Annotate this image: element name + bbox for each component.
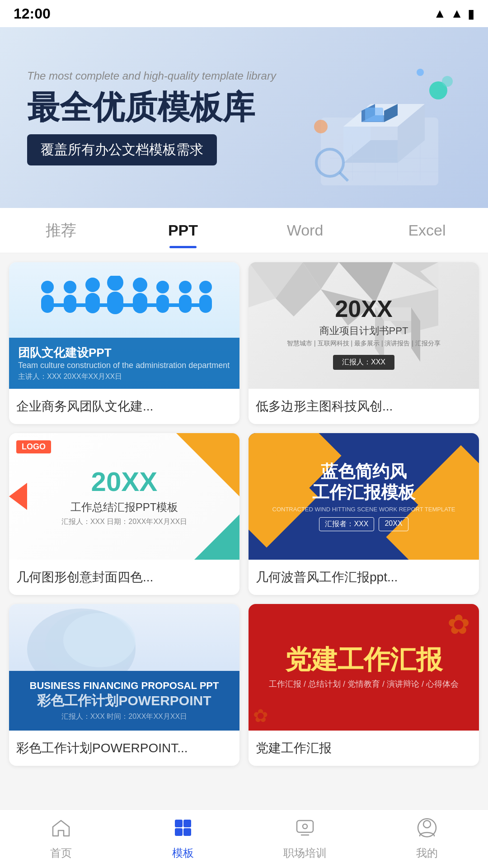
svg-rect-30 (133, 293, 147, 313)
blue-subtitle: CONTRACTED WIND HITTING SCENE WORK REPOR… (268, 506, 460, 513)
nav-mine[interactable]: 我的 (366, 818, 488, 860)
blue-tags: 汇报者：XXX 20XX (268, 517, 460, 531)
geo-text: 工作总结汇报PPT模板 (61, 500, 187, 514)
battery-icon: ▮ (468, 6, 474, 21)
team-title: 团队文化建设PPT (18, 345, 230, 361)
card-geo-thumb: LOGO 20XX 工作总结汇报PPT模板 汇报人：XXX 日期：20XX年XX… (9, 433, 239, 560)
svg-point-29 (133, 278, 147, 292)
card-blue-geo-thumb: 蓝色简约风 工作汇报模板 CONTRACTED WIND HITTING SCE… (249, 433, 479, 560)
geo-shape-orange (176, 433, 239, 496)
svg-point-23 (64, 281, 76, 293)
card-geo-label: 几何图形创意封面四色... (9, 560, 239, 595)
blue-title2: 工作汇报模板 (268, 482, 460, 503)
svg-rect-28 (107, 292, 123, 314)
team-illustration (29, 276, 219, 348)
svg-point-65 (423, 821, 431, 828)
card-poly-thumb: 20XX 商业项目计划书PPT 智慧城市 | 互联网科技 | 最多展示 | 演讲… (249, 262, 479, 389)
card-geo[interactable]: LOGO 20XX 工作总结汇报PPT模板 汇报人：XXX 日期：20XX年XX… (9, 433, 239, 595)
svg-point-58 (63, 613, 136, 667)
banner-title: 最全优质模板库 (27, 90, 461, 125)
svg-point-27 (107, 276, 123, 291)
svg-rect-63 (297, 821, 313, 832)
card-blue-geo-label: 几何波普风工作汇报ppt... (249, 560, 479, 595)
card-financing[interactable]: BUSINESS FINANCING PROPOSAL PPT 彩色工作计划PO… (9, 604, 239, 766)
nav-template[interactable]: 模板 (122, 818, 244, 860)
svg-rect-62 (183, 828, 191, 836)
banner-subtitle: The most complete and high-quality templ… (27, 70, 461, 82)
financing-sub: 彩色工作计划POWERPOINT (18, 692, 230, 710)
nav-training-label: 职场培训 (283, 846, 327, 860)
card-poly-label: 低多边形主图科技风创... (249, 389, 479, 424)
card-poly[interactable]: 20XX 商业项目计划书PPT 智慧城市 | 互联网科技 | 最多展示 | 演讲… (249, 262, 479, 424)
banner-badge: 覆盖所有办公文档模板需求 (27, 134, 217, 165)
tab-word[interactable]: Word (244, 212, 366, 248)
geo-logo: LOGO (16, 440, 51, 453)
card-team[interactable]: 团队文化建设PPT Team culture construction of t… (9, 262, 239, 424)
card-party-thumb: ✿ ✿ 党建工作汇报 工作汇报 / 总结计划 / 党情教育 / 演讲辩论 / 心… (249, 604, 479, 731)
nav-mine-label: 我的 (416, 846, 438, 860)
geo-year: 20XX (61, 466, 187, 497)
signal-icon: ▲ (450, 6, 463, 21)
card-team-label: 企业商务风团队文化建... (9, 389, 239, 424)
geo-shape-teal (194, 514, 239, 560)
tab-recommend[interactable]: 推荐 (0, 211, 122, 250)
team-subtitle: Team culture construction of the adminis… (18, 361, 230, 370)
svg-point-25 (85, 278, 100, 292)
status-bar: 12:00 ▲ ▲ ▮ (0, 0, 488, 27)
svg-rect-32 (156, 295, 169, 313)
tab-excel[interactable]: Excel (366, 212, 488, 248)
status-icons: ▲ ▲ ▮ (434, 6, 474, 21)
banner-content: The most complete and high-quality templ… (0, 52, 488, 184)
svg-rect-22 (41, 295, 54, 313)
financing-meta: 汇报人：XXX 时间：20XX年XX月XX日 (18, 712, 230, 722)
blue-title1: 蓝色简约风 (268, 462, 460, 482)
svg-rect-36 (199, 295, 212, 313)
team-meta: 主讲人：XXX 20XX年XX月XX日 (18, 372, 230, 382)
poly-year: 20XX (282, 295, 445, 322)
home-icon (51, 818, 71, 842)
geo-center: 20XX 工作总结汇报PPT模板 汇报人：XXX 日期：20XX年XX月XX日 (61, 466, 187, 527)
party-title: 党建工作汇报 (285, 645, 442, 674)
geo-meta: 汇报人：XXX 日期：20XX年XX月XX日 (61, 517, 187, 527)
svg-rect-26 (85, 293, 100, 313)
svg-point-31 (156, 281, 169, 293)
nav-training[interactable]: 职场培训 (244, 818, 366, 860)
blue-tag2: 20XX (379, 517, 408, 531)
poly-desc: 智慧城市 | 互联网科技 | 最多展示 | 演讲报告 | 汇报分享 (282, 340, 445, 348)
card-party[interactable]: ✿ ✿ 党建工作汇报 工作汇报 / 总结计划 / 党情教育 / 演讲辩论 / 心… (249, 604, 479, 766)
svg-rect-60 (183, 820, 191, 827)
card-party-label: 党建工作汇报 (249, 731, 479, 766)
card-financing-thumb: BUSINESS FINANCING PROPOSAL PPT 彩色工作计划PO… (9, 604, 239, 731)
blue-center-text: 蓝色简约风 工作汇报模板 CONTRACTED WIND HITTING SCE… (268, 462, 460, 531)
svg-point-21 (41, 281, 54, 293)
mine-icon (417, 818, 437, 842)
training-icon (295, 818, 315, 842)
svg-point-35 (199, 281, 212, 293)
party-deco2: ✿ (253, 705, 268, 726)
nav-home-label: 首页 (50, 846, 72, 860)
poly-author: 汇报人：XXX (333, 355, 394, 370)
status-time: 12:00 (14, 5, 51, 22)
card-team-thumb: 团队文化建设PPT Team culture construction of t… (9, 262, 239, 389)
svg-rect-59 (175, 820, 183, 827)
blue-tag1: 汇报者：XXX (319, 517, 374, 531)
poly-sub: 商业项目计划书PPT (282, 324, 445, 338)
tabs: 推荐 PPT Word Excel (0, 208, 488, 253)
card-blue-geo[interactable]: 蓝色简约风 工作汇报模板 CONTRACTED WIND HITTING SCE… (249, 433, 479, 595)
geo-shape-red-left (9, 483, 27, 510)
card-financing-label: 彩色工作计划POWERPOINT... (9, 731, 239, 766)
svg-rect-61 (175, 828, 183, 836)
nav-template-label: 模板 (172, 846, 194, 860)
bottom-nav: 首页 模板 职场培训 (0, 809, 488, 868)
svg-rect-24 (64, 295, 76, 313)
nav-home[interactable]: 首页 (0, 818, 122, 860)
financing-title: BUSINESS FINANCING PROPOSAL PPT (18, 680, 230, 692)
svg-rect-34 (179, 295, 192, 313)
cards-grid: 团队文化建设PPT Team culture construction of t… (0, 253, 488, 775)
svg-point-64 (303, 824, 307, 829)
tab-ppt[interactable]: PPT (122, 212, 244, 248)
party-deco: ✿ (447, 609, 470, 640)
team-overlay: 团队文化建设PPT Team culture construction of t… (9, 338, 239, 389)
financing-bar: BUSINESS FINANCING PROPOSAL PPT 彩色工作计划PO… (9, 671, 239, 731)
banner: The most complete and high-quality templ… (0, 27, 488, 208)
